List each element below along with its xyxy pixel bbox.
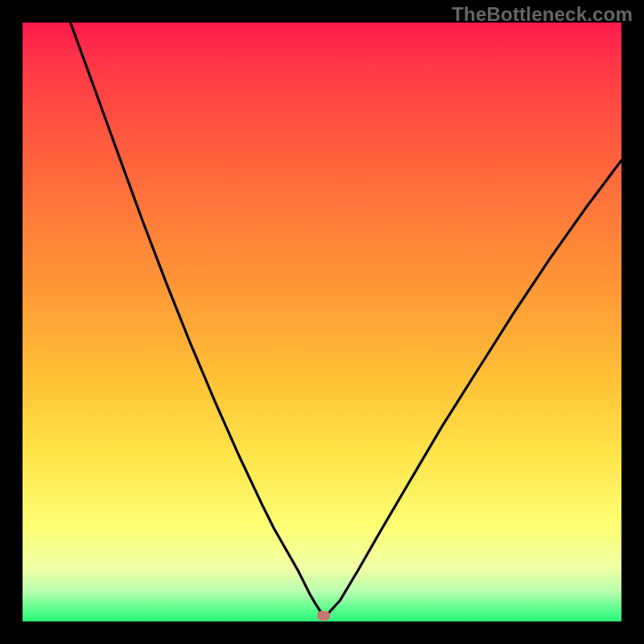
plot-area xyxy=(23,23,621,621)
watermark-text: TheBottleneck.com xyxy=(452,3,633,26)
optimal-point-marker xyxy=(317,611,330,621)
chart-frame: TheBottleneck.com xyxy=(0,0,644,644)
bottleneck-curve xyxy=(23,23,621,621)
